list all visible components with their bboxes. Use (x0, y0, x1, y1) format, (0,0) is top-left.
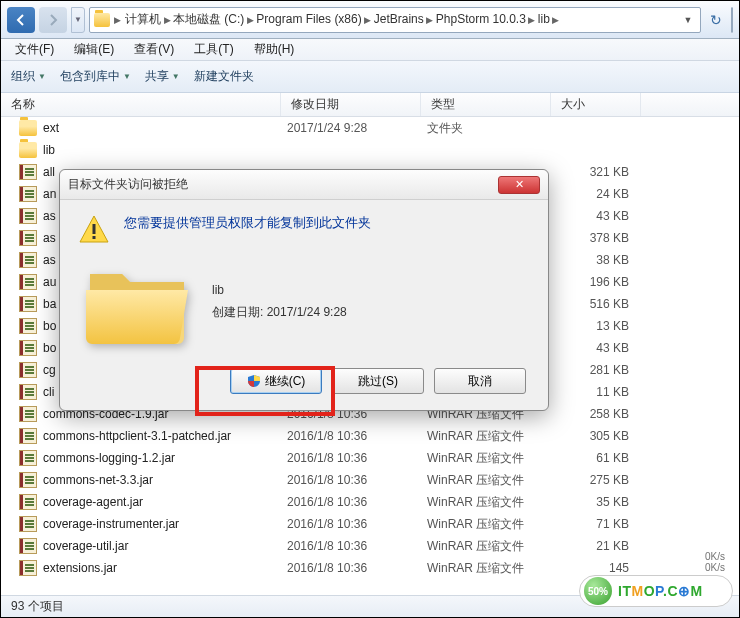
breadcrumb-item[interactable]: lib (538, 12, 550, 26)
dialog-close-button[interactable]: ✕ (498, 176, 540, 194)
file-name: lib (43, 143, 287, 157)
file-size: 321 KB (557, 165, 643, 179)
file-size: 11 KB (557, 385, 643, 399)
folder-created-label: 创建日期: 2017/1/24 9:28 (212, 302, 347, 324)
tool-organize[interactable]: 组织▼ (11, 68, 46, 85)
file-size: 305 KB (557, 429, 643, 443)
column-headers: 名称 修改日期 类型 大小 (1, 93, 739, 117)
nav-forward-button[interactable] (39, 7, 67, 33)
archive-icon (19, 384, 37, 400)
file-row[interactable]: coverage-agent.jar2016/1/8 10:36WinRAR 压… (1, 491, 739, 513)
chevron-right-icon: ▶ (244, 15, 256, 25)
archive-icon (19, 560, 37, 576)
search-box[interactable] (731, 7, 733, 33)
file-row[interactable]: commons-logging-1.2.jar2016/1/8 10:36Win… (1, 447, 739, 469)
file-size: 24 KB (557, 187, 643, 201)
breadcrumb-item[interactable]: 本地磁盘 (C:) (173, 12, 244, 26)
tool-share[interactable]: 共享▼ (145, 68, 180, 85)
chevron-right-icon: ▶ (526, 15, 538, 25)
warning-icon (78, 214, 110, 244)
file-name: commons-httpclient-3.1-patched.jar (43, 429, 287, 443)
archive-icon (19, 164, 37, 180)
archive-icon (19, 362, 37, 378)
file-size: 258 KB (557, 407, 643, 421)
nav-bar: ▼ ▶ 计算机 ▶ 本地磁盘 (C:) ▶ Program Files (x86… (1, 1, 739, 39)
skip-button[interactable]: 跳过(S) (332, 368, 424, 394)
file-type: WinRAR 压缩文件 (427, 538, 557, 555)
archive-icon (19, 274, 37, 290)
file-size: 275 KB (557, 473, 643, 487)
col-name[interactable]: 名称 (1, 93, 281, 116)
uac-shield-icon (247, 374, 261, 388)
archive-icon (19, 538, 37, 554)
archive-icon (19, 472, 37, 488)
file-row[interactable]: lib (1, 139, 739, 161)
file-row[interactable]: ext2017/1/24 9:28文件夹 (1, 117, 739, 139)
menu-edit[interactable]: 编辑(E) (68, 39, 120, 60)
file-name: ext (43, 121, 287, 135)
file-date: 2016/1/8 10:36 (287, 451, 427, 465)
file-type: 文件夹 (427, 120, 557, 137)
file-row[interactable]: coverage-instrumenter.jar2016/1/8 10:36W… (1, 513, 739, 535)
archive-icon (19, 296, 37, 312)
file-name: commons-logging-1.2.jar (43, 451, 287, 465)
archive-icon (19, 230, 37, 246)
chevron-right-icon: ▶ (550, 15, 560, 25)
menu-bar: 文件(F) 编辑(E) 查看(V) 工具(T) 帮助(H) (1, 39, 739, 61)
file-date: 2016/1/8 10:36 (287, 473, 427, 487)
tool-include-library[interactable]: 包含到库中▼ (60, 68, 131, 85)
watermark-logo: ITMOP.C⊕M (618, 583, 703, 599)
file-row[interactable]: coverage-util.jar2016/1/8 10:36WinRAR 压缩… (1, 535, 739, 557)
menu-help[interactable]: 帮助(H) (248, 39, 301, 60)
file-size: 35 KB (557, 495, 643, 509)
file-size: 71 KB (557, 517, 643, 531)
address-dropdown-icon[interactable]: ▼ (680, 15, 696, 25)
archive-icon (19, 516, 37, 532)
dialog-titlebar[interactable]: 目标文件夹访问被拒绝 ✕ (60, 170, 548, 200)
watermark-pill: 50% ITMOP.C⊕M (579, 575, 733, 607)
address-bar[interactable]: ▶ 计算机 ▶ 本地磁盘 (C:) ▶ Program Files (x86) … (89, 7, 701, 33)
toolbar: 组织▼ 包含到库中▼ 共享▼ 新建文件夹 (1, 61, 739, 93)
refresh-button[interactable]: ↻ (705, 9, 727, 31)
file-row[interactable]: commons-net-3.3.jar2016/1/8 10:36WinRAR … (1, 469, 739, 491)
col-type[interactable]: 类型 (421, 93, 551, 116)
file-name: extensions.jar (43, 561, 287, 575)
status-item-count: 93 个项目 (11, 598, 64, 615)
file-size: 43 KB (557, 209, 643, 223)
svg-rect-1 (93, 236, 96, 239)
col-size[interactable]: 大小 (551, 93, 641, 116)
archive-icon (19, 208, 37, 224)
file-type: WinRAR 压缩文件 (427, 450, 557, 467)
breadcrumb-item[interactable]: JetBrains (374, 12, 424, 26)
folder-icon (19, 120, 37, 136)
archive-icon (19, 252, 37, 268)
menu-view[interactable]: 查看(V) (128, 39, 180, 60)
continue-button[interactable]: 继续(C) (230, 368, 322, 394)
file-name: coverage-agent.jar (43, 495, 287, 509)
col-date[interactable]: 修改日期 (281, 93, 421, 116)
nav-history-dropdown[interactable]: ▼ (71, 7, 85, 33)
file-row[interactable]: commons-httpclient-3.1-patched.jar2016/1… (1, 425, 739, 447)
menu-file[interactable]: 文件(F) (9, 39, 60, 60)
menu-tools[interactable]: 工具(T) (188, 39, 239, 60)
file-name: commons-net-3.3.jar (43, 473, 287, 487)
cancel-button[interactable]: 取消 (434, 368, 526, 394)
file-date: 2017/1/24 9:28 (287, 121, 427, 135)
folder-name-label: lib (212, 280, 347, 302)
file-type: WinRAR 压缩文件 (427, 516, 557, 533)
file-date: 2016/1/8 10:36 (287, 495, 427, 509)
breadcrumb-item[interactable]: PhpStorm 10.0.3 (436, 12, 526, 26)
tool-new-folder[interactable]: 新建文件夹 (194, 68, 254, 85)
nav-back-button[interactable] (7, 7, 35, 33)
breadcrumb-item[interactable]: 计算机 (125, 12, 161, 26)
file-type: WinRAR 压缩文件 (427, 472, 557, 489)
folder-info: lib 创建日期: 2017/1/24 9:28 (212, 280, 347, 323)
folder-icon (94, 13, 110, 27)
file-name: coverage-instrumenter.jar (43, 517, 287, 531)
watermark-percent: 50% (584, 577, 612, 605)
file-size: 196 KB (557, 275, 643, 289)
breadcrumb-item[interactable]: Program Files (x86) (256, 12, 361, 26)
svg-rect-0 (93, 224, 96, 234)
file-size: 38 KB (557, 253, 643, 267)
archive-icon (19, 494, 37, 510)
